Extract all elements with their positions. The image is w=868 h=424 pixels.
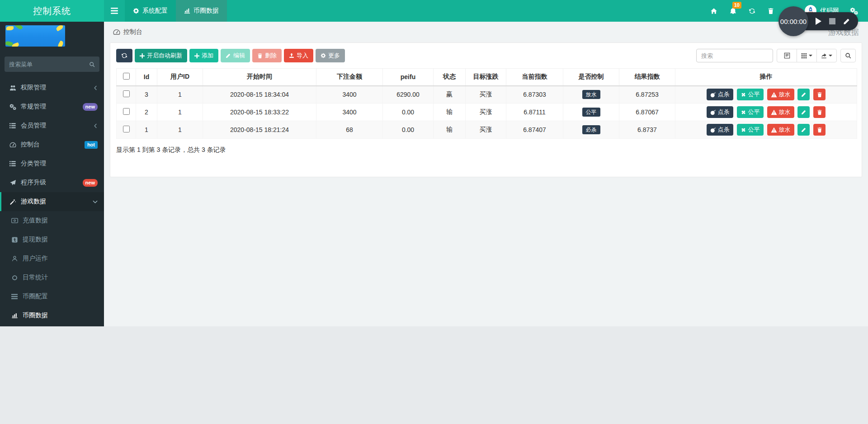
trash-icon xyxy=(768,8,774,14)
control-badge: 放水 xyxy=(582,90,600,99)
sidebar-item-daily-stats[interactable]: 日常统计 xyxy=(0,268,104,287)
add-button[interactable]: 添加 xyxy=(189,49,218,62)
button-label: 放水 xyxy=(779,126,791,134)
fair-button[interactable]: 公平 xyxy=(737,106,764,118)
notifications-button[interactable]: 10 xyxy=(723,0,742,22)
columns-grid-icon xyxy=(801,53,807,59)
table-toolbar: 开启自动刷新 添加 编辑 删除 导入 更多 xyxy=(116,49,856,62)
chevron-left-icon xyxy=(94,123,98,128)
column-header-status[interactable]: 状态 xyxy=(434,69,466,86)
user-outline-icon xyxy=(11,255,18,262)
fair-button[interactable]: 公平 xyxy=(737,89,764,100)
fan-icon xyxy=(741,109,746,115)
sidebar-item-coin-data[interactable]: 币圈数据 xyxy=(0,306,104,325)
tab-system-config[interactable]: 系统配置 xyxy=(125,0,176,22)
edit-row-button[interactable] xyxy=(797,106,810,118)
sidebar-item-console[interactable]: 控制台 hot xyxy=(0,135,104,154)
table-row: 1 1 2020-08-15 18:21:24 68 0.00 输 买涨 6.8… xyxy=(117,121,857,139)
delete-row-button[interactable] xyxy=(813,106,826,118)
cell-id: 3 xyxy=(136,86,157,104)
sidebar-item-members[interactable]: 会员管理 xyxy=(0,116,104,135)
pencil-button[interactable] xyxy=(843,18,850,25)
row-checkbox[interactable] xyxy=(123,108,130,115)
table-search-input[interactable] xyxy=(696,49,773,62)
kill-button[interactable]: 点杀 xyxy=(707,124,733,136)
button-label: 更多 xyxy=(328,52,340,60)
play-button[interactable] xyxy=(816,18,821,25)
edit-row-button[interactable] xyxy=(797,89,810,100)
column-header-start-time[interactable]: 开始时间 xyxy=(203,69,316,86)
button-label: 删除 xyxy=(265,52,277,60)
sidebar-item-label: 提现数据 xyxy=(23,236,48,244)
refresh-button[interactable] xyxy=(742,0,761,22)
sidebar-toggle-button[interactable] xyxy=(104,0,125,22)
cell-actions: 点杀 公平 放水 xyxy=(675,121,857,139)
sidebar-item-permissions[interactable]: 权限管理 xyxy=(0,78,104,97)
row-checkbox[interactable] xyxy=(123,90,130,97)
columns-button[interactable] xyxy=(797,49,817,62)
button-label: 公平 xyxy=(748,90,760,99)
table-row: 2 1 2020-08-15 18:33:22 3400 0.00 输 买涨 6… xyxy=(117,104,857,121)
refresh-icon xyxy=(749,8,755,14)
column-header-peifu[interactable]: peifu xyxy=(383,69,434,86)
sidebar-item-game-data[interactable]: 游戏数据 xyxy=(0,192,104,211)
edit-button[interactable]: 编辑 xyxy=(221,49,250,62)
delete-row-button[interactable] xyxy=(813,124,826,136)
control-badge: 公平 xyxy=(582,108,600,117)
sidebar-item-categories[interactable]: 分类管理 xyxy=(0,154,104,173)
import-button[interactable]: 导入 xyxy=(284,49,313,62)
plus-icon xyxy=(194,53,199,58)
warning-icon xyxy=(771,92,777,98)
release-button[interactable]: 放水 xyxy=(767,124,794,136)
gear-icon xyxy=(321,53,326,58)
kill-button[interactable]: 点杀 xyxy=(707,89,733,100)
sidebar-item-coin-config[interactable]: 币圈配置 xyxy=(0,287,104,306)
recorder-timer: 00:00:00 xyxy=(778,6,808,36)
sidebar-item-general[interactable]: 常规管理 new xyxy=(0,97,104,116)
stop-button[interactable] xyxy=(829,18,835,24)
auto-refresh-button[interactable]: 开启自动刷新 xyxy=(135,49,187,62)
home-button[interactable] xyxy=(704,0,723,22)
cell-current-index: 6.87303 xyxy=(506,86,563,104)
sidebar-item-user-operation[interactable]: 用户运作 xyxy=(0,249,104,268)
sidebar-item-label: 币圈数据 xyxy=(23,311,48,320)
column-header-result-index[interactable]: 结果指数 xyxy=(619,69,675,86)
column-header-target[interactable]: 目标涨跌 xyxy=(466,69,506,86)
sidebar-item-withdraw-data[interactable]: 提现数据 xyxy=(0,230,104,249)
export-button[interactable] xyxy=(816,49,837,62)
column-header-control[interactable]: 是否控制 xyxy=(563,69,619,86)
refresh-table-button[interactable] xyxy=(116,49,132,62)
row-checkbox[interactable] xyxy=(123,126,130,132)
list-icon xyxy=(11,294,18,300)
select-all-checkbox[interactable] xyxy=(123,73,130,80)
detail-view-button[interactable] xyxy=(777,49,797,62)
delete-row-button[interactable] xyxy=(813,89,826,100)
sidebar-item-recharge-data[interactable]: 充值数据 xyxy=(0,211,104,230)
search-toggle-button[interactable] xyxy=(840,49,856,62)
column-header-user-id[interactable]: 用户ID xyxy=(157,69,203,86)
release-button[interactable]: 放水 xyxy=(767,106,794,118)
column-header-bet[interactable]: 下注金额 xyxy=(316,69,383,86)
release-button[interactable]: 放水 xyxy=(767,89,794,100)
cell-id: 1 xyxy=(136,121,157,139)
cell-bet: 3400 xyxy=(316,86,383,104)
column-header-actions[interactable]: 操作 xyxy=(675,69,857,86)
fair-button[interactable]: 公平 xyxy=(737,124,764,136)
cell-target: 买涨 xyxy=(466,104,506,121)
circle-icon xyxy=(11,275,18,281)
delete-button[interactable]: 删除 xyxy=(252,49,282,62)
sidebar-item-label: 币圈配置 xyxy=(23,292,48,301)
button-label: 编辑 xyxy=(233,52,245,60)
trash-icon xyxy=(257,53,263,59)
column-header-current-index[interactable]: 当前指数 xyxy=(506,69,563,86)
sidebar-search-input[interactable] xyxy=(9,61,89,68)
kill-button[interactable]: 点杀 xyxy=(707,106,733,118)
tab-coin-data[interactable]: 币圈数据 xyxy=(176,0,227,22)
column-header-id[interactable]: Id xyxy=(136,69,157,86)
more-button[interactable]: 更多 xyxy=(316,49,345,62)
clear-cache-button[interactable] xyxy=(761,0,780,22)
dashboard-icon xyxy=(113,29,120,35)
sidebar-item-upgrade[interactable]: 程序升级 new xyxy=(0,173,104,192)
edit-row-button[interactable] xyxy=(797,124,810,136)
button-label: 公平 xyxy=(748,108,760,116)
